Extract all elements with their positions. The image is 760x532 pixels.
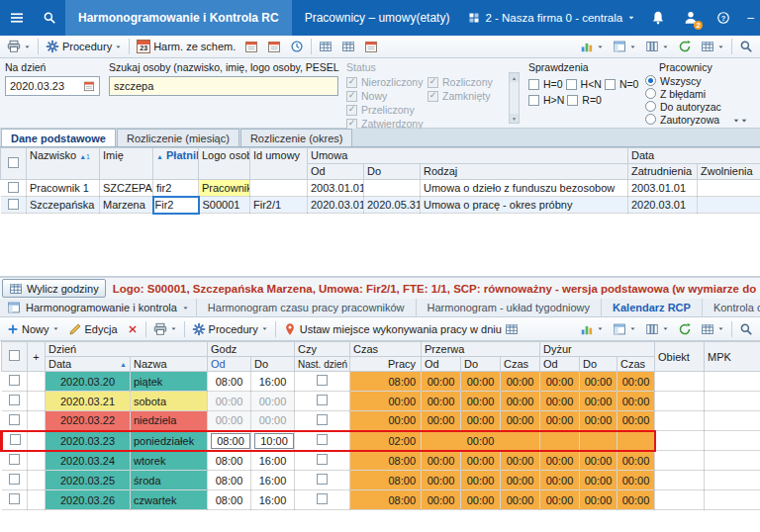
cell-godz-do[interactable]: 00:00 bbox=[251, 411, 295, 431]
col-header-przerwa-do[interactable]: Do bbox=[461, 357, 501, 372]
grid-menu-button-lower[interactable] bbox=[697, 320, 728, 338]
godz-od-edit-field[interactable]: 08:00 bbox=[211, 433, 250, 449]
cell-dyzur-do[interactable]: 00:00 bbox=[580, 471, 618, 490]
minimize-button[interactable]: – bbox=[739, 0, 760, 36]
columns-menu-button-top[interactable] bbox=[641, 38, 673, 55]
grid-menu-button-top[interactable] bbox=[697, 38, 728, 55]
expand-cell[interactable] bbox=[28, 471, 46, 490]
scroll-down-arrow[interactable]: ▼ bbox=[510, 114, 519, 123]
cell-nazwa[interactable]: czwartek bbox=[131, 490, 208, 510]
refresh-button-lower[interactable] bbox=[674, 320, 696, 338]
cell-mpk[interactable] bbox=[705, 411, 760, 431]
cell-obiekt[interactable] bbox=[655, 431, 705, 451]
col-header-przerwa-czas[interactable]: Czas bbox=[501, 357, 540, 372]
user-button[interactable]: 2 bbox=[674, 0, 707, 36]
sprawdzenia-h0-checkbox[interactable]: H=0 bbox=[528, 77, 563, 91]
hamburger-menu-button[interactable] bbox=[0, 0, 33, 36]
cell-nazwa[interactable]: piątek bbox=[131, 372, 208, 392]
col-header-umowa-od[interactable]: Od bbox=[308, 164, 364, 180]
notifications-button[interactable] bbox=[641, 0, 674, 36]
cell-godz-od[interactable]: 08:00 bbox=[208, 471, 251, 490]
help-button[interactable] bbox=[707, 0, 739, 36]
cell-nast-dzien[interactable] bbox=[295, 490, 350, 510]
cell-umowa-od[interactable]: 2003.01.01 bbox=[308, 180, 364, 197]
expand-more-chevron[interactable] bbox=[732, 117, 748, 125]
col-header-zwolnienia[interactable]: Zwolnienia bbox=[698, 164, 760, 180]
module-selector[interactable]: Harmonogramowanie i kontrola bbox=[0, 299, 196, 316]
col-header-id-umowy[interactable]: Id umowy bbox=[250, 148, 308, 180]
col-header-godz-od[interactable]: Od bbox=[208, 357, 251, 372]
cell-czas-pracy[interactable]: 08:00 bbox=[350, 490, 422, 510]
pracownicy-wszyscy-radio[interactable]: Wszyscy bbox=[645, 74, 756, 87]
select-all-checkbox[interactable] bbox=[8, 157, 19, 168]
cell-czas-pracy[interactable]: 08:00 bbox=[350, 372, 422, 392]
nast-dzien-checkbox[interactable] bbox=[317, 474, 328, 485]
scroll-up-arrow[interactable]: ▲ bbox=[510, 73, 519, 82]
nast-dzien-checkbox[interactable] bbox=[317, 493, 328, 504]
cell-imie[interactable]: Marzena bbox=[100, 197, 153, 214]
global-search-button[interactable] bbox=[33, 0, 65, 36]
cell-przerwa-czas[interactable]: 00:00 bbox=[501, 411, 540, 431]
cell-dyzur-czas[interactable]: 00:00 bbox=[618, 392, 655, 411]
cell-godz-od[interactable]: 08:00 bbox=[208, 490, 251, 510]
cell-przerwa-czas[interactable]: 00:00 bbox=[501, 392, 540, 411]
cell-przerwa-od[interactable]: 00:00 bbox=[422, 372, 461, 392]
cell-przerwa-czas[interactable]: 00:00 bbox=[501, 372, 540, 392]
window-tab-harmonogramowanie[interactable]: Harmonogramowanie i Kontrola RC bbox=[65, 0, 292, 36]
row-select-cell[interactable] bbox=[2, 471, 28, 490]
col-header-nast-dzien[interactable]: Nast. dzień bbox=[295, 357, 350, 372]
layout-menu-button-top[interactable] bbox=[609, 38, 640, 55]
select-all-checkbox[interactable] bbox=[9, 350, 20, 361]
col-header-pracy[interactable]: Pracy bbox=[350, 357, 422, 372]
cell-mpk[interactable] bbox=[705, 392, 760, 411]
tab-rozliczenie-miesiac[interactable]: Rozliczenie (miesiąc) bbox=[117, 129, 239, 146]
select-all-header[interactable] bbox=[1, 148, 27, 180]
cell-dyzur-od[interactable] bbox=[540, 431, 580, 451]
pracownicy-z-bledami-radio[interactable]: Z błędami bbox=[645, 87, 756, 100]
cell-dyzur-od[interactable]: 00:00 bbox=[540, 411, 580, 431]
cell-godz-do[interactable]: 16:00 bbox=[251, 471, 295, 490]
cell-przerwa-merged[interactable]: 00:00 bbox=[422, 431, 540, 451]
print-button-lower[interactable] bbox=[149, 320, 181, 338]
cell-nazwa[interactable]: niedziela bbox=[131, 411, 208, 431]
cell-obiekt[interactable] bbox=[655, 451, 705, 471]
cell-zatrudnienia[interactable]: 2020.03.01 bbox=[628, 197, 698, 214]
row-select-cell[interactable] bbox=[1, 197, 27, 214]
cell-czas-pracy[interactable]: 02:00 bbox=[350, 431, 422, 451]
cell-nast-dzien[interactable] bbox=[295, 431, 350, 451]
cell-logo-search-highlight[interactable]: Pracownik 1 bbox=[199, 180, 250, 197]
cell-dyzur-od[interactable]: 00:00 bbox=[540, 392, 580, 411]
pracownicy-do-autoryzacji-radio[interactable]: Do autoryzac bbox=[645, 100, 756, 113]
expand-cell[interactable] bbox=[28, 411, 46, 431]
cell-platnik-focused[interactable]: Fir2 bbox=[153, 197, 199, 214]
table-tool-button-1[interactable] bbox=[315, 38, 336, 55]
print-button[interactable] bbox=[3, 38, 35, 55]
cell-dyzur-czas[interactable]: 00:00 bbox=[618, 471, 655, 490]
status-nowy-checkbox[interactable]: Nowy bbox=[346, 89, 428, 103]
tab-kalendarz-rcp[interactable]: Kalendarz RCP bbox=[601, 299, 702, 316]
row-select-cell[interactable] bbox=[2, 392, 28, 411]
col-header-platnik[interactable]: ▲ Płatnik bbox=[153, 148, 199, 180]
col-header-godz-do[interactable]: Do bbox=[251, 357, 295, 372]
employee-row-1[interactable]: Pracownik 1 SZCZEPAN fir2 Pracownik 1 20… bbox=[1, 180, 760, 197]
cell-mpk[interactable] bbox=[705, 431, 760, 451]
ustaw-miejsce-button[interactable]: Ustaw miejsce wykonywania pracy w dniu bbox=[279, 320, 522, 338]
col-header-obiekt[interactable]: Obiekt bbox=[655, 342, 705, 372]
cell-data[interactable]: 2020.03.25 bbox=[46, 471, 131, 490]
cell-czas-pracy[interactable]: 08:00 bbox=[350, 451, 422, 471]
cell-dyzur-czas[interactable]: 00:00 bbox=[618, 411, 655, 431]
nast-dzien-checkbox[interactable] bbox=[317, 375, 328, 386]
row-select-cell[interactable] bbox=[2, 411, 28, 431]
tab-harmonogram-czasu-pracy[interactable]: Harmonogram czasu pracy pracowników bbox=[196, 299, 416, 316]
sprawdzenia-r0-checkbox[interactable]: R=0 bbox=[567, 93, 602, 107]
expand-cell[interactable] bbox=[28, 490, 46, 510]
calendar-clock-button[interactable] bbox=[360, 38, 382, 55]
cell-data[interactable]: 2020.03.24 bbox=[46, 451, 131, 471]
status-przeliczony-checkbox[interactable]: Przeliczony bbox=[346, 103, 428, 117]
calendar-row-niedziela[interactable]: 2020.03.22 niedziela 00:00 00:00 00:00 0… bbox=[2, 411, 760, 431]
cell-przerwa-od[interactable]: 00:00 bbox=[422, 471, 461, 490]
layout-menu-button-lower[interactable] bbox=[609, 320, 640, 338]
cell-przerwa-czas[interactable]: 00:00 bbox=[501, 471, 540, 490]
col-header-logo-osoby[interactable]: Logo osoby bbox=[199, 148, 250, 180]
cell-nazwa[interactable]: sobota bbox=[131, 392, 208, 411]
